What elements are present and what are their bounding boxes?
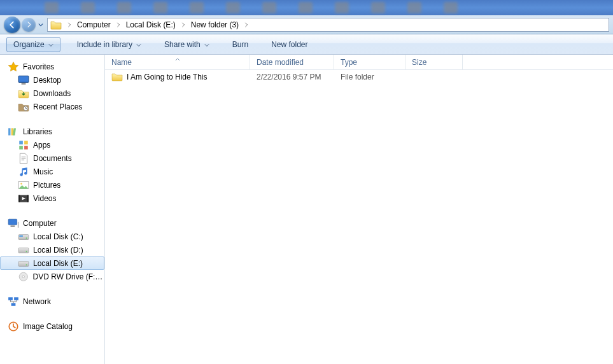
pictures-icon bbox=[18, 180, 29, 190]
button-label: Organize bbox=[13, 40, 45, 49]
column-label: Name bbox=[111, 58, 132, 67]
svg-rect-23 bbox=[18, 261, 29, 266]
sidebar-item-dvd-drive[interactable]: DVD RW Drive (F:) M bbox=[0, 270, 104, 283]
navigation-pane: Favorites Desktop Downloads Recent Place… bbox=[0, 55, 105, 364]
sidebar-item-libraries[interactable]: Libraries bbox=[0, 125, 104, 138]
breadcrumb-drive[interactable]: Local Disk (E:) bbox=[122, 18, 180, 31]
breadcrumb-label: Computer bbox=[77, 20, 111, 29]
chevron-right-icon[interactable] bbox=[180, 22, 187, 27]
network-group: Network bbox=[0, 295, 104, 308]
breadcrumb-label: Local Disk (E:) bbox=[126, 20, 176, 29]
forward-button[interactable] bbox=[22, 18, 36, 32]
favorites-group: Favorites Desktop Downloads Recent Place… bbox=[0, 60, 104, 113]
sidebar-item-label: Network bbox=[23, 297, 51, 306]
svg-rect-1 bbox=[22, 83, 26, 84]
recent-places-icon bbox=[18, 102, 29, 112]
include-in-library-button[interactable]: Include in library bbox=[71, 37, 148, 52]
sidebar-item-label: Desktop bbox=[33, 76, 61, 85]
sidebar-item-local-disk-c[interactable]: Local Disk (C:) bbox=[0, 230, 104, 243]
sidebar-item-label: Local Disk (D:) bbox=[33, 246, 83, 255]
svg-rect-15 bbox=[8, 219, 17, 225]
column-header-date[interactable]: Date modified bbox=[250, 55, 334, 69]
drive-icon bbox=[18, 258, 29, 269]
sidebar-item-computer[interactable]: Computer bbox=[0, 216, 104, 230]
sidebar-item-videos[interactable]: Videos bbox=[0, 192, 104, 205]
column-header-size[interactable]: Size bbox=[405, 55, 463, 69]
sidebar-item-local-disk-d[interactable]: Local Disk (D:) bbox=[0, 243, 104, 256]
sidebar-item-favorites[interactable]: Favorites bbox=[0, 60, 104, 73]
svg-rect-21 bbox=[18, 248, 29, 253]
back-button[interactable] bbox=[4, 17, 20, 33]
sidebar-item-label: Local Disk (E:) bbox=[33, 259, 83, 268]
burn-button[interactable]: Burn bbox=[226, 37, 255, 52]
history-dropdown[interactable] bbox=[37, 18, 45, 32]
sidebar-item-label: Apps bbox=[33, 141, 50, 150]
libraries-icon bbox=[8, 127, 19, 137]
column-label: Date modified bbox=[257, 58, 304, 67]
chevron-right-icon[interactable] bbox=[243, 22, 250, 27]
address-bar[interactable]: Computer Local Disk (E:) New folder (3) bbox=[47, 18, 609, 32]
svg-point-24 bbox=[26, 264, 27, 265]
folder-icon bbox=[50, 20, 62, 30]
column-label: Type bbox=[341, 58, 357, 67]
chevron-right-icon[interactable] bbox=[66, 22, 73, 27]
share-with-button[interactable]: Share with bbox=[158, 37, 216, 52]
sidebar-item-label: Local Disk (C:) bbox=[33, 232, 83, 241]
sidebar-item-music[interactable]: Music bbox=[0, 165, 104, 178]
breadcrumb-folder[interactable]: New folder (3) bbox=[187, 18, 243, 31]
caret-down-icon bbox=[48, 40, 53, 49]
svg-rect-27 bbox=[8, 297, 13, 300]
sidebar-item-recent-places[interactable]: Recent Places bbox=[0, 100, 104, 113]
column-header-name[interactable]: Name bbox=[105, 55, 250, 69]
column-headers: Name Date modified Type Size bbox=[105, 55, 613, 70]
drive-icon bbox=[18, 232, 29, 242]
chevron-right-icon[interactable] bbox=[115, 22, 122, 27]
libraries-group: Libraries Apps Documents Music Pictures … bbox=[0, 125, 104, 205]
sidebar-item-label: Videos bbox=[33, 194, 56, 203]
sidebar-item-desktop[interactable]: Desktop bbox=[0, 73, 104, 87]
star-icon bbox=[8, 62, 19, 72]
column-header-type[interactable]: Type bbox=[334, 55, 405, 69]
toolbar: Organize Include in library Share with B… bbox=[0, 34, 613, 55]
videos-icon bbox=[18, 193, 29, 204]
downloads-icon bbox=[18, 88, 29, 99]
drive-icon bbox=[18, 245, 29, 255]
sidebar-item-downloads[interactable]: Downloads bbox=[0, 87, 104, 100]
sidebar-item-apps[interactable]: Apps bbox=[0, 138, 104, 151]
svg-rect-0 bbox=[18, 76, 29, 82]
svg-rect-13 bbox=[18, 195, 20, 202]
breadcrumb-label: New folder (3) bbox=[191, 20, 239, 29]
sidebar-item-label: Downloads bbox=[33, 89, 71, 98]
breadcrumb-computer[interactable]: Computer bbox=[73, 18, 115, 31]
sidebar-item-label: Documents bbox=[33, 154, 72, 163]
svg-rect-8 bbox=[19, 146, 23, 150]
svg-point-11 bbox=[20, 183, 22, 185]
button-label: Burn bbox=[232, 40, 248, 49]
sort-ascending-icon bbox=[175, 54, 180, 63]
sidebar-item-network[interactable]: Network bbox=[0, 295, 104, 308]
svg-point-20 bbox=[26, 237, 27, 239]
svg-rect-14 bbox=[27, 195, 29, 202]
organize-button[interactable]: Organize bbox=[6, 37, 60, 52]
image-catalog-icon bbox=[8, 321, 19, 332]
sidebar-item-pictures[interactable]: Pictures bbox=[0, 178, 104, 192]
network-icon bbox=[8, 297, 19, 307]
caret-down-icon bbox=[136, 40, 141, 49]
sidebar-item-label: Music bbox=[33, 167, 53, 176]
svg-rect-29 bbox=[11, 303, 16, 306]
navigation-bar: Computer Local Disk (E:) New folder (3) bbox=[0, 15, 613, 34]
svg-rect-9 bbox=[24, 146, 28, 150]
svg-rect-7 bbox=[24, 141, 28, 144]
documents-icon bbox=[18, 153, 29, 164]
sidebar-item-image-catalog[interactable]: Image Catalog bbox=[0, 319, 104, 333]
new-folder-button[interactable]: New folder bbox=[265, 37, 314, 52]
sidebar-item-local-disk-e[interactable]: Local Disk (E:) bbox=[0, 256, 104, 270]
sidebar-item-documents[interactable]: Documents bbox=[0, 151, 104, 165]
svg-rect-19 bbox=[19, 235, 23, 236]
column-label: Size bbox=[412, 58, 426, 67]
svg-rect-6 bbox=[19, 141, 23, 144]
list-item[interactable]: I Am Going to Hide This 2/22/2016 9:57 P… bbox=[105, 70, 613, 84]
window-titlebar-blur bbox=[0, 0, 613, 15]
computer-icon bbox=[8, 218, 19, 228]
file-list: I Am Going to Hide This 2/22/2016 9:57 P… bbox=[105, 70, 613, 364]
